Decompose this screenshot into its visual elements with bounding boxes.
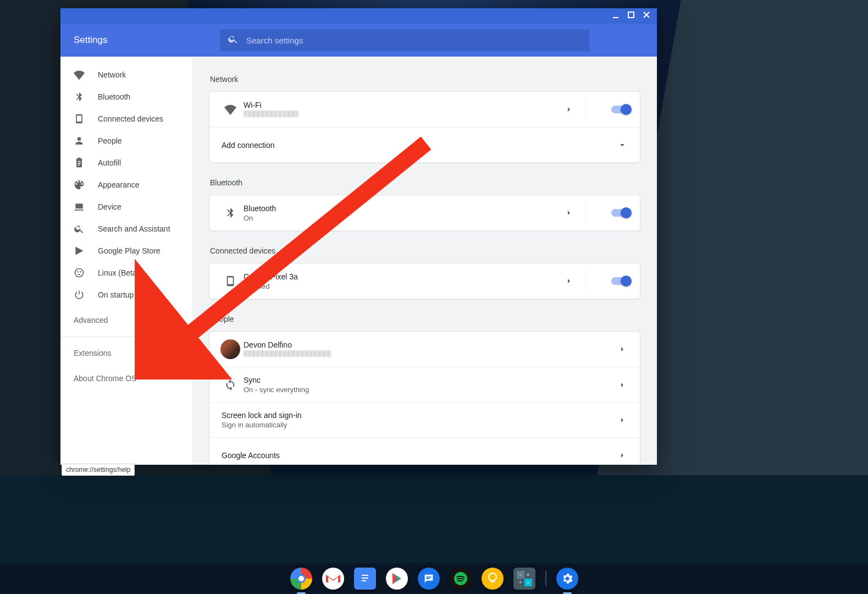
sidebar-about-chrome-os[interactable]: About Chrome OS [60,366,192,391]
connected-toggle[interactable] [611,277,630,285]
sidebar-item-label: Device [98,202,121,211]
svg-rect-13 [491,581,494,582]
sync-icon [219,379,241,391]
minimize-button[interactable] [612,11,620,21]
people-card: Devon Delfino Sync On - sync everything [209,331,640,465]
device-name: Google Pixel 3a [244,272,561,281]
sidebar-item-label: Search and Assistant [98,224,170,233]
svg-rect-0 [628,12,634,18]
shelf-divider [545,571,546,586]
window-titlebar [60,8,657,24]
bluetooth-icon [219,207,241,219]
svg-rect-6 [362,575,368,576]
svg-point-1 [75,269,84,277]
laptop-icon [74,201,85,212]
svg-rect-7 [362,578,368,579]
status-tooltip: chrome://settings/help [62,464,135,476]
sidebar-item-label: People [98,136,122,145]
sidebar-item-network[interactable]: Network [60,64,192,86]
connected-devices-card: Google Pixel 3a Enabled [209,263,640,299]
play-store-app-icon[interactable] [386,568,408,590]
google-accounts-label: Google Accounts [222,451,615,460]
keep-app-icon[interactable] [482,568,504,590]
settings-sidebar: Network Bluetooth Connected devices Peop… [60,57,192,465]
chevron-down-icon [615,142,630,148]
svg-point-12 [489,573,496,581]
screenlock-row[interactable]: Screen lock and sign-in Sign in automati… [209,402,640,437]
sidebar-item-label: Network [98,70,126,79]
page-title: Settings [60,35,220,46]
sidebar-item-appearance[interactable]: Appearance [60,174,192,196]
spotify-app-icon[interactable] [450,568,472,590]
sidebar-item-google-play-store[interactable]: Google Play Store [60,240,192,262]
wifi-label: Wi-Fi [244,101,561,109]
separator [585,203,586,223]
phone-icon [74,113,85,124]
sidebar-item-on-startup[interactable]: On startup [60,284,192,306]
profile-name: Devon Delfino [244,340,615,349]
search-settings[interactable] [220,29,589,51]
calculator-app-icon[interactable]: −×+= [513,568,535,590]
wifi-row[interactable]: Wi-Fi [209,92,640,127]
chevron-right-icon [561,107,577,112]
svg-text:=: = [527,580,529,585]
add-connection-row[interactable]: Add connection [209,127,640,162]
sidebar-item-label: On startup [98,290,134,299]
sidebar-advanced-toggle[interactable]: Advanced [60,306,192,334]
sidebar-item-linux[interactable]: Linux (Beta) [60,262,192,284]
section-title-network: Network [210,75,640,84]
google-accounts-row[interactable]: Google Accounts [209,437,640,465]
sidebar-item-device[interactable]: Device [60,196,192,218]
section-title-bluetooth: Bluetooth [210,178,640,187]
connected-device-row[interactable]: Google Pixel 3a Enabled [209,263,640,299]
wifi-ssid-redacted [244,111,561,119]
palette-icon [74,179,85,190]
open-in-new-icon [169,347,179,359]
sidebar-item-label: Linux (Beta) [98,268,139,277]
chrome-app-icon[interactable] [290,568,312,590]
settings-content: Network Wi-Fi Add connection Bl [192,57,657,465]
sidebar-item-label: Google Play Store [98,246,161,255]
messages-app-icon[interactable] [418,568,440,590]
bluetooth-row[interactable]: Bluetooth On [209,195,640,230]
sidebar-item-autofill[interactable]: Autofill [60,152,192,174]
sidebar-item-bluetooth[interactable]: Bluetooth [60,86,192,108]
separator [585,100,586,119]
clipboard-icon [74,157,85,168]
profile-email-redacted [244,350,615,359]
maximize-button[interactable] [627,11,635,21]
search-icon [228,34,239,47]
settings-app-icon[interactable] [556,568,578,590]
gmail-app-icon[interactable] [322,568,344,590]
sidebar-extensions[interactable]: Extensions [60,339,192,366]
sidebar-item-people[interactable]: People [60,130,192,152]
bluetooth-toggle[interactable] [611,209,630,217]
sidebar-item-label: Appearance [98,180,140,189]
section-title-connected: Connected devices [210,246,640,255]
sidebar-item-label: Bluetooth [98,92,130,101]
sidebar-item-connected-devices[interactable]: Connected devices [60,108,192,130]
bluetooth-label: Bluetooth [244,204,561,213]
bluetooth-status: On [244,214,561,222]
device-status: Enabled [244,282,561,290]
network-card: Wi-Fi Add connection [209,91,640,163]
add-connection-label: Add connection [222,141,615,150]
search-input[interactable] [246,36,582,45]
sidebar-item-label: Autofill [98,158,121,167]
svg-rect-10 [426,578,429,579]
magnifier-icon [74,223,85,234]
wifi-signal-icon [219,103,241,116]
profile-row[interactable]: Devon Delfino [209,332,640,367]
divider [60,337,192,337]
shelf-taskbar: −×+= [0,563,868,594]
wifi-toggle[interactable] [611,106,630,113]
docs-app-icon[interactable] [354,568,376,590]
chevron-right-icon [615,417,630,423]
sidebar-item-search-assistant[interactable]: Search and Assistant [60,218,192,240]
screenlock-label: Screen lock and sign-in [222,411,615,420]
close-button[interactable] [643,11,650,21]
svg-text:×: × [527,572,529,578]
sync-row[interactable]: Sync On - sync everything [209,367,640,402]
avatar [219,339,241,359]
phone-icon [219,275,241,287]
